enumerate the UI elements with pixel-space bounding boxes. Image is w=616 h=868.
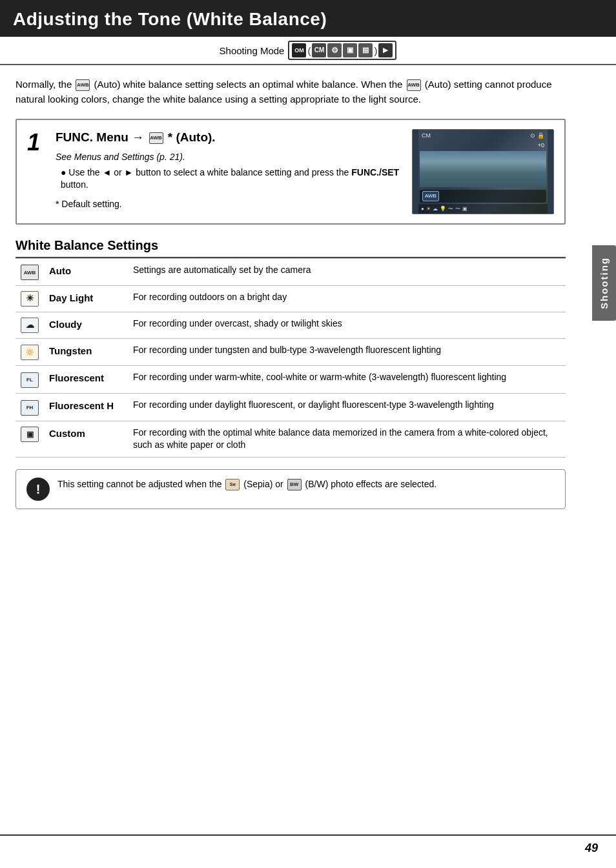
bottom-icon6: 〜 (455, 205, 460, 212)
wb-name-daylight: Day Light (44, 286, 128, 312)
shooting-mode-label: Shooting Mode (220, 44, 285, 57)
awb-inline-icon: AWB (76, 79, 90, 91)
wb-icon-cell-fluorescenth: FH (15, 393, 44, 421)
sepia-icon: Se (225, 479, 240, 490)
wb-desc-auto: Settings are automatically set by the ca… (128, 258, 566, 286)
warning-icon: ! (26, 478, 50, 501)
wb-name-custom: Custom (44, 421, 128, 457)
wb-desc-auto-text: Settings are automatically set by the ca… (133, 265, 311, 275)
wb-name-daylight-text: Day Light (49, 292, 93, 303)
wb-desc-custom: For recording with the optimal white bal… (128, 421, 566, 457)
wb-icon-cell-tungsten: 🔆 (15, 339, 44, 366)
page-container: Adjusting the Tone (White Balance) Shoot… (0, 0, 616, 868)
warning-text-part3: (B/W) photo effects are selected. (305, 479, 437, 489)
bw-icon: BW (287, 479, 302, 490)
wb-desc-fluorescent-text: For recording under warm-white, cool-whi… (133, 372, 506, 382)
warning-text: This setting cannot be adjusted when the… (57, 478, 436, 491)
page-number-line (0, 834, 616, 836)
func-menu-label: FUNC. Menu (56, 130, 128, 144)
bottom-icon2: ☀ (426, 205, 431, 212)
wb-name-fluorescenth-text: Fluorescent H (49, 400, 114, 411)
bullet-symbol: ● (61, 167, 66, 177)
wb-desc-custom-text: For recording with the optimal white bal… (133, 427, 548, 450)
wb-desc-tungsten: For recording under tungsten and bulb-ty… (128, 339, 566, 366)
wb-row-custom: ▣ Custom For recording with the optimal … (15, 421, 566, 457)
wb-section: White Balance Settings AWB Auto Settings… (15, 236, 566, 458)
mode-icon-om: OM (292, 43, 306, 57)
wb-icon-cell-daylight: ☀ (15, 286, 44, 312)
wb-icon-cell-fluorescent: FL (15, 366, 44, 394)
wb-icon-custom: ▣ (21, 427, 39, 442)
wb-desc-cloudy-text: For recording under overcast, shady or t… (133, 318, 342, 328)
wb-desc-tungsten-text: For recording under tungsten and bulb-ty… (133, 345, 441, 355)
wb-icon-cloud: ☁ (21, 318, 39, 333)
wb-icon-fluor: FL (21, 372, 39, 388)
wb-row-auto: AWB Auto Settings are automatically set … (15, 258, 566, 286)
bottom-icon1: ● (421, 205, 424, 212)
wb-icon-fluorh: FH (21, 400, 39, 416)
bottom-icon7: ▣ (462, 205, 467, 212)
wb-name-auto: Auto (44, 258, 128, 286)
wb-row-daylight: ☀ Day Light For recording outdoors on a … (15, 286, 566, 312)
wb-icon-tungsten: 🔆 (21, 345, 39, 360)
wb-icon-cell-custom: ▣ (15, 421, 44, 457)
wb-desc-fluorescenth-text: For recording under daylight fluorescent… (133, 399, 494, 410)
wb-desc-daylight-text: For recording outdoors on a bright day (133, 292, 287, 302)
func-arrow: → (132, 130, 144, 144)
wb-row-cloudy: ☁ Cloudy For recording under overcast, s… (15, 312, 566, 339)
wb-row-fluorescent: FL Fluorescent For recording under warm-… (15, 366, 566, 394)
step-title-suffix: * (Auto). (168, 130, 216, 144)
screen-icons: ⊙ 🔒 (530, 132, 544, 140)
wb-name-auto-text: Auto (49, 265, 71, 276)
page-header: Adjusting the Tone (White Balance) (0, 0, 616, 37)
menu-item-awb: AWB (422, 191, 439, 201)
warning-box: ! This setting cannot be adjusted when t… (15, 469, 566, 509)
warning-text-part2: (Sepia) or (243, 479, 285, 489)
wb-name-cloudy: Cloudy (44, 312, 128, 339)
default-note-text: * Default setting. (56, 199, 122, 209)
wb-icon-cell-auto: AWB (15, 258, 44, 286)
step-1-section: 1 FUNC. Menu → AWB * (Auto). See Menus a… (15, 119, 566, 225)
step-content: FUNC. Menu → AWB * (Auto). See Menus and… (56, 129, 402, 214)
wb-name-tungsten: Tungsten (44, 339, 128, 366)
bullet-text: Use the ◄ or ► button to select a white … (61, 167, 399, 190)
wb-table: AWB Auto Settings are automatically set … (15, 258, 566, 458)
wb-name-tungsten-text: Tungsten (49, 345, 92, 356)
camera-screen-top: CM ⊙ 🔒 (418, 130, 548, 142)
see-note-text: See Menus and Settings (p. 21). (56, 152, 185, 162)
wb-icon-cell-cloudy: ☁ (15, 312, 44, 339)
intro-text2: (Auto) white balance setting selects an … (94, 79, 403, 90)
wb-desc-daylight: For recording outdoors on a bright day (128, 286, 566, 312)
default-note: * Default setting. (56, 198, 402, 211)
page-title: Adjusting the Tone (White Balance) (13, 6, 603, 32)
mode-icon-special3: ▤ (358, 43, 373, 57)
warning-text-part1: This setting cannot be adjusted when the (57, 479, 224, 489)
wb-name-cloudy-text: Cloudy (49, 319, 82, 330)
bottom-icon4: 💡 (440, 205, 446, 212)
screen-image (420, 151, 546, 187)
page-number: 49 (585, 840, 598, 856)
wb-section-title: White Balance Settings (15, 236, 566, 258)
step-number: 1 (27, 126, 45, 214)
intro-text1: Normally, the (15, 79, 72, 90)
step-image-area: CM ⊙ 🔒 +0 AWB ● ☀ ☁ 💡 〜 〜 (412, 129, 554, 214)
wb-name-fluorescent: Fluorescent (44, 366, 128, 394)
camera-menu-bar: AWB (420, 190, 546, 202)
wb-icon-awb: AWB (21, 265, 39, 280)
wb-desc-fluorescent: For recording under warm-white, cool-whi… (128, 366, 566, 394)
intro-text: Normally, the AWB (Auto) white balance s… (15, 77, 566, 107)
wb-desc-fluorescenth: For recording under daylight fluorescent… (128, 393, 566, 421)
bottom-icon5: 〜 (448, 205, 453, 212)
bottom-icon3: ☁ (433, 205, 438, 212)
awb-inline-icon2: AWB (407, 79, 421, 91)
screen-mode-cm: CM (422, 132, 431, 140)
mode-icons: OM ( CM ⚙ ▣ ▤ ) ▶ (288, 41, 396, 60)
wb-icon-sun: ☀ (21, 291, 39, 307)
mode-icon-cm: CM (312, 43, 326, 57)
step-title: FUNC. Menu → AWB * (Auto). (56, 129, 402, 146)
awb-step-icon: AWB (149, 132, 163, 144)
main-content: Normally, the AWB (Auto) white balance s… (0, 65, 581, 521)
wb-name-fluorescenth: Fluorescent H (44, 393, 128, 421)
see-note: See Menus and Settings (p. 21). (56, 151, 402, 164)
wb-row-tungsten: 🔆 Tungsten For recording under tungsten … (15, 339, 566, 366)
